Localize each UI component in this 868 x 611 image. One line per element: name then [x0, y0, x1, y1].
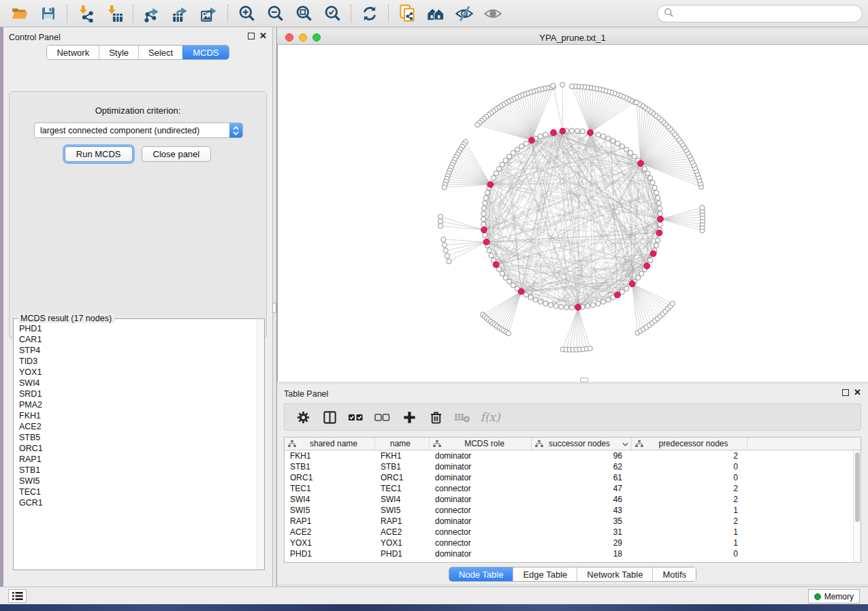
- table-cell: FKH1: [375, 451, 430, 461]
- memory-button[interactable]: Memory: [808, 589, 860, 604]
- mcds-result-item[interactable]: TEC1: [19, 486, 256, 497]
- zoom-selected-icon[interactable]: [321, 3, 344, 24]
- table-cell: PHD1: [285, 549, 375, 559]
- save-session-icon[interactable]: [37, 3, 60, 24]
- export-table-icon[interactable]: [169, 3, 192, 24]
- tab-network[interactable]: Network: [47, 46, 99, 59]
- network-canvas-wrap: [277, 45, 868, 382]
- close-panel-icon[interactable]: ✕: [259, 33, 267, 39]
- table-row[interactable]: ACE2ACE2connector311: [285, 527, 853, 538]
- network-from-clipboard-icon[interactable]: [396, 3, 419, 24]
- toolbar-separator: [227, 5, 228, 22]
- search-icon: [664, 7, 674, 20]
- mcds-result-item[interactable]: ORC1: [19, 443, 256, 454]
- mcds-result-item[interactable]: CAR1: [19, 334, 256, 345]
- table-cell: RAP1: [285, 516, 375, 526]
- split-panel-icon[interactable]: [319, 407, 340, 427]
- column-header-successor-nodes[interactable]: successor nodes: [532, 437, 632, 450]
- first-neighbors-icon[interactable]: [424, 3, 447, 24]
- tab-node-table[interactable]: Node Table: [449, 567, 513, 581]
- table-cell: connector: [430, 538, 532, 548]
- import-network-icon[interactable]: [74, 3, 97, 24]
- mcds-result-item[interactable]: STP4: [19, 345, 256, 356]
- mcds-result-item[interactable]: SWI5: [19, 476, 256, 486]
- function-builder-icon: f(x): [480, 407, 500, 427]
- deselect-all-icon[interactable]: [372, 407, 393, 427]
- delete-column-icon[interactable]: [425, 407, 446, 427]
- table-row[interactable]: STB1STB1dominator620: [285, 461, 853, 472]
- column-header-shared-name[interactable]: shared name: [285, 437, 375, 450]
- zoom-out-icon[interactable]: [263, 3, 287, 24]
- table-row[interactable]: SWI5SWI5connector431: [285, 505, 853, 516]
- mcds-result-item[interactable]: TID3: [19, 356, 256, 367]
- table-row[interactable]: TEC1TEC1connector472: [285, 483, 853, 494]
- column-header-name[interactable]: name: [375, 437, 430, 450]
- import-table-icon[interactable]: [103, 3, 126, 24]
- zoom-fit-icon[interactable]: [292, 3, 315, 24]
- tab-select[interactable]: Select: [138, 46, 182, 59]
- mcds-result-item[interactable]: STB5: [19, 432, 256, 443]
- vertical-splitter[interactable]: [272, 27, 277, 587]
- network-canvas[interactable]: [278, 45, 867, 381]
- optimization-criterion-label: Optimization criterion:: [10, 105, 266, 116]
- close-panel-button[interactable]: Close panel: [142, 146, 212, 162]
- column-header-predecessor-nodes[interactable]: predecessor nodes: [632, 437, 748, 450]
- float-panel-icon[interactable]: [248, 33, 255, 39]
- network-window-titlebar[interactable]: YPA_prune.txt_1: [277, 30, 868, 45]
- table-cell: 18: [532, 549, 632, 559]
- table-row[interactable]: ORC1ORC1dominator610: [285, 472, 853, 483]
- right-pane: YPA_prune.txt_1 Table Panel ✕ f(x) share…: [277, 27, 868, 587]
- mcds-result-item[interactable]: PHD1: [19, 323, 256, 334]
- horizontal-splitter-grip[interactable]: [580, 378, 588, 382]
- mcds-result-item[interactable]: RAP1: [19, 454, 256, 465]
- run-mcds-button[interactable]: Run MCDS: [65, 146, 133, 162]
- mcds-result-item[interactable]: SWI4: [19, 378, 256, 389]
- desktop-wallpaper: [0, 604, 868, 611]
- table-settings-icon[interactable]: [293, 407, 313, 427]
- control-tabs: NetworkStyleSelectMCDS: [46, 45, 229, 60]
- mcds-result-item[interactable]: YOX1: [19, 367, 256, 378]
- mcds-result-item[interactable]: GCR1: [19, 497, 256, 508]
- mcds-result-item[interactable]: SRD1: [19, 389, 256, 399]
- table-cell: 1: [632, 538, 748, 548]
- mcds-result-item[interactable]: PMA2: [19, 399, 256, 410]
- table-row[interactable]: YOX1YOX1connector291: [285, 538, 853, 548]
- open-file-icon[interactable]: [8, 3, 31, 24]
- table-header-row: shared name name MCDS role successor nod…: [285, 437, 861, 450]
- table-row[interactable]: PHD1PHD1dominator180: [285, 548, 853, 559]
- mcds-result-item[interactable]: FKH1: [19, 410, 256, 421]
- hide-selected-icon[interactable]: [453, 3, 476, 24]
- search-input[interactable]: [657, 5, 863, 22]
- tab-mcds[interactable]: MCDS: [182, 46, 228, 59]
- tab-style[interactable]: Style: [99, 46, 138, 59]
- splitter-grip[interactable]: [272, 303, 276, 313]
- table-row[interactable]: SWI4SWI4dominator462: [285, 494, 853, 505]
- show-all-icon[interactable]: [481, 3, 504, 24]
- close-panel-icon[interactable]: ✕: [854, 389, 861, 396]
- table-cell: 96: [532, 451, 632, 461]
- refresh-view-icon[interactable]: [358, 3, 381, 24]
- table-scrollbar[interactable]: [853, 450, 861, 562]
- export-image-icon[interactable]: [197, 3, 221, 24]
- mcds-result-item[interactable]: ACE2: [19, 421, 256, 432]
- tab-network-table[interactable]: Network Table: [577, 567, 652, 581]
- tab-motifs[interactable]: Motifs: [652, 567, 696, 581]
- mcds-result-item[interactable]: STB1: [19, 465, 256, 476]
- table-cell: FKH1: [285, 451, 375, 461]
- task-history-button[interactable]: [8, 589, 27, 603]
- tab-edge-table[interactable]: Edge Table: [513, 567, 577, 581]
- criterion-select[interactable]: largest connected component (undirected): [34, 122, 243, 138]
- table-row[interactable]: RAP1RAP1dominator352: [285, 516, 853, 527]
- toolbar-separator: [67, 5, 67, 22]
- float-panel-icon[interactable]: [842, 389, 849, 396]
- table-cell: 29: [532, 538, 632, 548]
- zoom-in-icon[interactable]: [235, 3, 258, 24]
- export-network-icon[interactable]: [140, 3, 163, 24]
- network-window: YPA_prune.txt_1: [277, 30, 868, 384]
- mcds-result-scrollbar[interactable]: [257, 319, 264, 569]
- add-column-icon[interactable]: [399, 407, 419, 427]
- column-header-mcds-role[interactable]: MCDS role: [430, 437, 532, 450]
- table-row[interactable]: FKH1FKH1dominator962: [285, 450, 853, 461]
- select-all-icon[interactable]: [346, 407, 366, 427]
- table-scrollbar-thumb[interactable]: [855, 452, 860, 522]
